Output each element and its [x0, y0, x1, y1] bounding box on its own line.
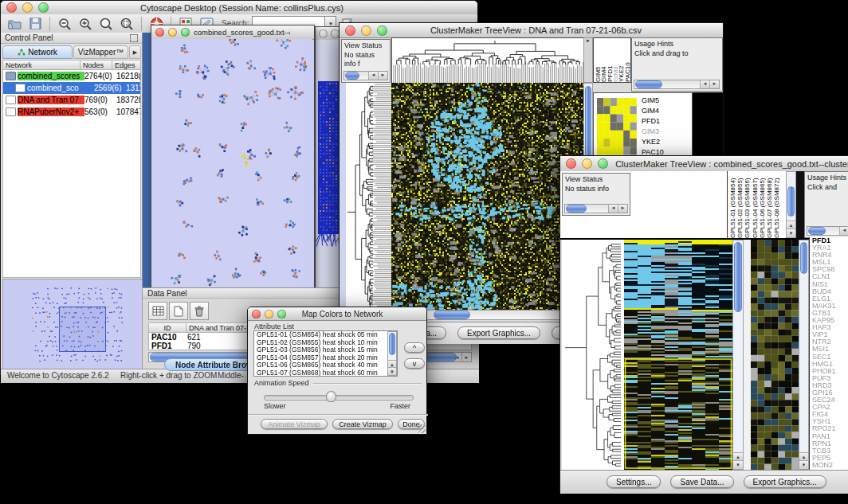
gene-label[interactable]: HRD3: [812, 382, 848, 389]
gene-label[interactable]: SEC24: [812, 397, 848, 404]
close-icon[interactable]: [6, 2, 17, 13]
zoom-fit-icon[interactable]: [118, 16, 135, 32]
gene-label[interactable]: MAK31: [812, 303, 848, 310]
gene-label[interactable]: YKE2: [642, 137, 689, 147]
gene-label[interactable]: CLN1: [812, 273, 848, 280]
col-header-network[interactable]: Network: [2, 60, 80, 70]
minimize-icon[interactable]: [22, 2, 33, 13]
close-icon[interactable]: [566, 158, 576, 169]
close-icon[interactable]: [155, 28, 164, 37]
gene-label[interactable]: RPO21: [812, 425, 848, 432]
column-gene-label[interactable]: PAC10: [625, 38, 630, 82]
attribute-list[interactable]: GPL51-01 (GSM854) heat shock 05 minGPL51…: [253, 330, 398, 377]
treeview2-zoom-heatmap-canvas[interactable]: [751, 240, 799, 470]
array-column-label[interactable]: GPL51-03 (GSM856): [744, 171, 751, 238]
array-column-label[interactable]: GPL51-08 (GSM872): [773, 171, 780, 238]
gene-label[interactable]: RNR4: [812, 252, 848, 259]
treeview2-action-button[interactable]: Save Data...: [670, 475, 733, 488]
gene-label[interactable]: PFD1: [642, 116, 689, 127]
zoom-window-icon[interactable]: [598, 158, 608, 169]
col-header-edges[interactable]: Edges: [112, 60, 141, 70]
gene-label[interactable]: ELG1: [812, 295, 848, 303]
treeview1-row-dendrogram-canvas[interactable]: [346, 83, 391, 310]
animate-vizmap-button[interactable]: Animate Vizmap: [261, 419, 328, 429]
array-column-label[interactable]: GPL51-04 (GSM857): [752, 171, 759, 238]
new-attribute-icon[interactable]: [169, 302, 188, 320]
animation-speed-slider-thumb[interactable]: [326, 391, 336, 402]
gene-label[interactable]: GIM3: [642, 127, 689, 137]
column-gene-label[interactable]: GIM4: [601, 38, 607, 82]
gene-label[interactable]: GIM5: [642, 96, 689, 106]
float-panel-icon[interactable]: [130, 34, 138, 42]
treeview2-row-dendrogram-canvas[interactable]: [562, 240, 624, 470]
gene-label[interactable]: MSI1: [812, 346, 848, 353]
animation-speed-slider-track[interactable]: [264, 395, 414, 400]
treeview1-splitter[interactable]: ►: [583, 37, 593, 83]
gene-label[interactable]: YSH1: [812, 418, 848, 425]
main-title-bar[interactable]: Cytoscape Desktop (Session Name: collins…: [1, 1, 477, 15]
gene-label[interactable]: RPN1: [812, 440, 848, 447]
data-col-id[interactable]: ID: [148, 322, 186, 333]
array-column-label[interactable]: GPL51-01 (GSM854): [729, 171, 736, 238]
treeview2-heatmap-vscrollbar[interactable]: ▲ ▼: [732, 240, 744, 470]
network-list-row[interactable]: combined_sco 2569(6) 13112(15): [3, 82, 140, 94]
view-status-hscrollbar[interactable]: ◄►: [344, 71, 388, 80]
minimize-icon[interactable]: [361, 25, 371, 36]
array-column-label[interactable]: GPL51-07 (GSM868): [766, 171, 773, 238]
zoom-selected-icon[interactable]: [97, 16, 115, 32]
gene-label[interactable]: VIP1: [812, 331, 848, 338]
zoom-out-icon[interactable]: [56, 16, 73, 32]
gene-label[interactable]: BUD4: [812, 288, 848, 295]
gene-label[interactable]: YRA1: [812, 244, 848, 252]
dialog-title-bar[interactable]: Map Colors to Network: [248, 307, 426, 321]
zoom-window-icon[interactable]: [38, 2, 49, 13]
zoom-window-icon[interactable]: [181, 28, 190, 37]
minimize-icon[interactable]: [265, 310, 273, 318]
usage-hints-hscrollbar[interactable]: ◄►: [807, 226, 848, 236]
create-vizmap-button[interactable]: Create Vizmap: [332, 419, 393, 429]
gene-label[interactable]: PEP5: [812, 455, 848, 462]
zoom-in-icon[interactable]: [77, 16, 94, 32]
close-icon[interactable]: [345, 25, 355, 36]
gene-label[interactable]: PHO81: [812, 368, 848, 375]
tab-overflow-arrow[interactable]: ▶: [129, 45, 141, 59]
move-down-button[interactable]: v: [404, 358, 425, 369]
minimize-icon[interactable]: [582, 158, 592, 169]
gene-label[interactable]: HAP3: [812, 324, 848, 331]
gene-label[interactable]: CPA2: [812, 404, 848, 411]
gene-label[interactable]: SEC1: [812, 354, 848, 361]
treeview2-heatmap-canvas[interactable]: [624, 240, 732, 470]
zoom-window-icon[interactable]: [277, 310, 286, 318]
close-icon[interactable]: [252, 310, 261, 318]
gene-label[interactable]: GTB1: [812, 310, 848, 317]
treeview1-title-bar[interactable]: ClusterMaker TreeView : DNA and Tran 07-…: [340, 23, 723, 38]
tab-vizmapper[interactable]: VizMapper™: [73, 45, 128, 59]
open-file-icon[interactable]: [6, 16, 23, 32]
select-attributes-icon[interactable]: [148, 302, 167, 320]
treeview2-title-bar[interactable]: ClusterMaker TreeView : combined_scores_…: [560, 156, 848, 172]
view-status-hscrollbar[interactable]: ◄►: [564, 204, 628, 213]
treeview2-zoom-vscrollbar[interactable]: ▲ ▼: [799, 240, 809, 470]
network-view-title-bar[interactable]: combined_scores_good.txt--cluste...: [151, 25, 314, 40]
close-icon[interactable]: [319, 29, 328, 38]
treeview1-action-button[interactable]: Export Graphics...: [457, 326, 540, 339]
gene-label[interactable]: PUF3: [812, 375, 848, 382]
save-icon[interactable]: [26, 16, 44, 32]
column-gene-label[interactable]: PFD1: [607, 38, 613, 82]
network-list-row[interactable]: combined_scores 2764(0) 16218(0): [3, 70, 140, 82]
window-controls[interactable]: [1, 2, 54, 13]
resize-grip[interactable]: [417, 424, 426, 433]
gene-label[interactable]: KAP95: [812, 317, 848, 324]
usage-hints-hscrollbar[interactable]: ◄►: [634, 80, 720, 89]
treeview2-column-dendrogram-area[interactable]: [630, 171, 728, 238]
attribute-list-item[interactable]: GPL51-07 (GSM868) heat shock 60 min: [254, 369, 397, 377]
gene-label[interactable]: MON2: [812, 462, 848, 469]
gene-label[interactable]: GPI16: [812, 389, 848, 397]
network-list-row[interactable]: RNAPuberNov2+ 563(0) 107847(0): [3, 106, 140, 118]
move-up-button[interactable]: ^: [404, 342, 425, 353]
gene-label[interactable]: HMG1: [812, 361, 848, 368]
column-gene-label[interactable]: YKE2: [618, 38, 624, 82]
attribute-list-vscrollbar[interactable]: ▲ ▼: [387, 331, 397, 376]
gene-label[interactable]: GIM4: [642, 106, 689, 116]
array-column-label[interactable]: GPL51-06 (GSM865): [759, 171, 766, 238]
